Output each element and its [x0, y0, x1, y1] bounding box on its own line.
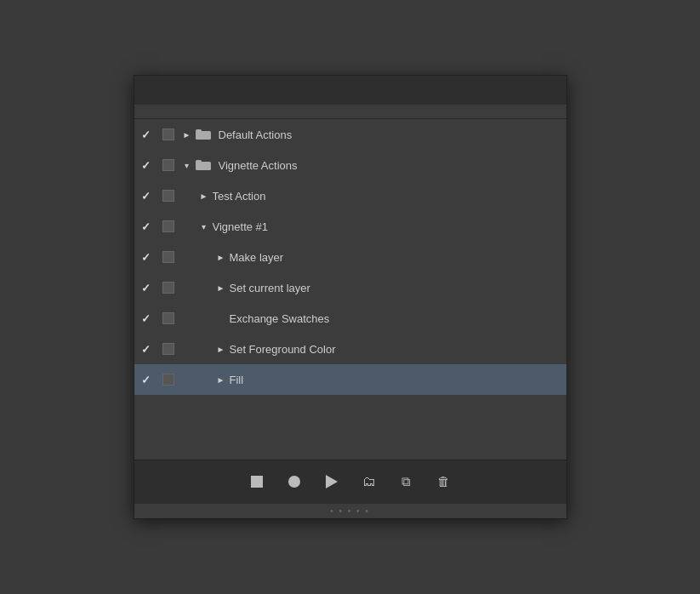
expand-col-set-foreground-color[interactable]: ►: [213, 345, 230, 354]
expand-icon-set-foreground-color: ►: [217, 345, 225, 354]
record-icon: [288, 476, 300, 488]
check-col-exchange-swatches: ✓: [134, 312, 158, 325]
action-row-set-current-layer[interactable]: ✓►Set current layer: [134, 272, 566, 303]
check-mark-exchange-swatches: ✓: [141, 312, 151, 325]
record-button[interactable]: [284, 471, 304, 492]
checkbox-default-actions[interactable]: [162, 129, 174, 140]
play-icon: [326, 475, 338, 488]
checkbox-col-vignette-actions: [158, 159, 179, 171]
expand-col-fill[interactable]: ►: [213, 375, 230, 385]
check-col-make-layer: ✓: [134, 251, 158, 264]
checkbox-col-vignette-1: [158, 220, 179, 232]
expand-icon-test-action: ►: [200, 191, 208, 201]
check-mark-default-actions: ✓: [141, 129, 151, 141]
expand-col-vignette-1[interactable]: ▾: [196, 222, 213, 231]
checkbox-col-default-actions: [158, 129, 179, 140]
row-label-make-layer: Make layer: [230, 251, 560, 264]
svg-rect-3: [196, 160, 202, 163]
check-mark-vignette-1: ✓: [141, 220, 151, 233]
play-button[interactable]: [322, 471, 342, 492]
checkbox-fill[interactable]: [162, 374, 174, 386]
action-row-set-foreground-color[interactable]: ✓►Set Foreground Color: [134, 334, 566, 364]
action-list: ✓►Default Actions✓▾Vignette Actions✓►Tes…: [134, 119, 566, 460]
folder-icon-default-actions: [196, 129, 215, 140]
row-label-vignette-1: Vignette #1: [213, 220, 560, 233]
folder-icon: 🗂: [362, 474, 376, 489]
row-label-set-current-layer: Set current layer: [230, 282, 560, 294]
check-col-default-actions: ✓: [134, 129, 158, 141]
expand-col-set-current-layer[interactable]: ►: [213, 283, 230, 293]
checkbox-exchange-swatches[interactable]: [162, 312, 174, 324]
checkbox-col-make-layer: [158, 251, 179, 263]
checkbox-col-set-current-layer: [158, 282, 179, 294]
check-mark-set-current-layer: ✓: [141, 282, 151, 294]
svg-rect-1: [196, 129, 202, 133]
action-row-test-action[interactable]: ✓►Test Action: [134, 180, 566, 211]
action-row-fill[interactable]: ✓►Fill: [134, 364, 566, 395]
checkbox-set-foreground-color[interactable]: [162, 343, 174, 355]
action-row-vignette-1[interactable]: ✓▾Vignette #1: [134, 211, 566, 242]
row-label-exchange-swatches: Exchange Swatches: [230, 312, 560, 325]
checkbox-col-set-foreground-color: [158, 343, 179, 355]
checkbox-col-test-action: [158, 190, 179, 202]
checkbox-vignette-1[interactable]: [162, 220, 174, 232]
checkbox-vignette-actions[interactable]: [162, 159, 174, 171]
expand-icon-vignette-1: ▾: [202, 222, 206, 231]
expand-icon-vignette-actions: ▾: [185, 161, 189, 170]
expand-col-test-action[interactable]: ►: [196, 191, 213, 201]
checkbox-make-layer[interactable]: [162, 251, 174, 263]
action-row-vignette-actions[interactable]: ✓▾Vignette Actions: [134, 150, 566, 180]
checkbox-test-action[interactable]: [162, 190, 174, 202]
bottom-toolbar: 🗂 ⧉ 🗑: [134, 460, 566, 504]
drag-handle: • • • • •: [134, 504, 566, 518]
expand-icon-fill: ►: [217, 375, 225, 385]
expand-col-default-actions[interactable]: ►: [179, 130, 196, 140]
check-col-set-current-layer: ✓: [134, 282, 158, 294]
row-label-test-action: Test Action: [213, 190, 560, 203]
action-row-exchange-swatches[interactable]: ✓Exchange Swatches: [134, 303, 566, 334]
row-label-set-foreground-color: Set Foreground Color: [230, 343, 560, 356]
action-row-default-actions[interactable]: ✓►Default Actions: [134, 119, 566, 150]
drag-dots: • • • • •: [330, 506, 370, 516]
expand-col-make-layer[interactable]: ►: [213, 253, 230, 262]
check-mark-set-foreground-color: ✓: [141, 343, 151, 356]
checkbox-col-fill: [158, 374, 179, 386]
check-col-vignette-1: ✓: [134, 220, 158, 233]
check-col-fill: ✓: [134, 374, 158, 386]
check-mark-fill: ✓: [141, 374, 151, 386]
check-mark-make-layer: ✓: [141, 251, 151, 264]
check-mark-test-action: ✓: [141, 190, 151, 203]
new-action-button[interactable]: ⧉: [396, 471, 417, 492]
check-mark-vignette-actions: ✓: [141, 159, 151, 172]
new-set-button[interactable]: 🗂: [359, 471, 379, 492]
folder-icon-vignette-actions: [196, 159, 215, 171]
panel-header: [134, 105, 566, 119]
expand-icon-make-layer: ►: [217, 253, 225, 262]
row-label-default-actions: Default Actions: [219, 129, 560, 141]
row-label-vignette-actions: Vignette Actions: [219, 159, 560, 172]
expand-icon-default-actions: ►: [183, 130, 191, 140]
stop-icon: [251, 476, 263, 488]
duplicate-icon: ⧉: [401, 474, 411, 489]
checkbox-col-exchange-swatches: [158, 312, 179, 324]
check-col-test-action: ✓: [134, 190, 158, 203]
check-col-vignette-actions: ✓: [134, 159, 158, 172]
expand-icon-set-current-layer: ►: [217, 283, 225, 293]
expand-col-vignette-actions[interactable]: ▾: [179, 161, 196, 170]
actions-panel: ✓►Default Actions✓▾Vignette Actions✓►Tes…: [134, 75, 567, 519]
top-bar: [134, 76, 566, 105]
checkbox-set-current-layer[interactable]: [162, 282, 174, 294]
delete-button[interactable]: 🗑: [434, 471, 454, 492]
trash-icon: 🗑: [437, 474, 450, 488]
stop-button[interactable]: [247, 471, 267, 492]
action-row-make-layer[interactable]: ✓►Make layer: [134, 242, 566, 272]
check-col-set-foreground-color: ✓: [134, 343, 158, 356]
row-label-fill: Fill: [230, 374, 560, 386]
